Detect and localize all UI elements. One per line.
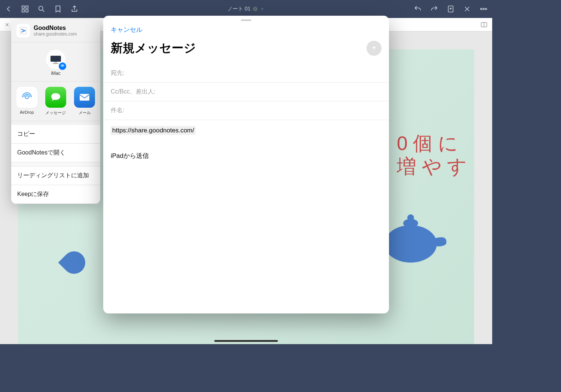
share-apps-row: AirDrop メッセージ メール xyxy=(11,82,100,121)
share-actions-list: コピー GoodNotesで開く リーディングリストに追加 Keepに保存 xyxy=(11,125,100,204)
to-field[interactable]: 宛先: xyxy=(103,64,389,83)
handwriting-line: 0 個 に xyxy=(397,132,467,155)
svg-rect-17 xyxy=(53,63,59,64)
share-app-name: GoodNotes xyxy=(34,25,77,31)
airdrop-device-label: iMac xyxy=(11,71,100,76)
svg-rect-20 xyxy=(80,94,89,101)
top-toolbar: ノート 01 xyxy=(0,0,492,18)
compose-title: 新規メッセージ xyxy=(111,40,196,56)
cc-bcc-field[interactable]: Cc/Bcc、差出人: xyxy=(103,83,389,101)
close-icon[interactable] xyxy=(463,5,471,13)
more-icon[interactable] xyxy=(479,5,488,13)
action-reading-list[interactable]: リーディングリストに追加 xyxy=(11,166,100,185)
document-title: ノート 01 xyxy=(227,6,250,12)
grid-icon[interactable] xyxy=(21,5,29,13)
chevron-down-icon[interactable] xyxy=(260,7,265,11)
sync-status-icon xyxy=(253,6,258,12)
share-app-messages[interactable]: メッセージ xyxy=(44,87,67,116)
svg-point-5 xyxy=(254,7,257,10)
svg-point-4 xyxy=(39,6,43,10)
body-link-text[interactable]: https://share.goodnotes.com/ xyxy=(111,126,196,135)
arrow-up-icon xyxy=(370,45,378,52)
handwriting-line: 増 や す xyxy=(397,155,467,178)
airdrop-device-imac[interactable] xyxy=(46,50,65,69)
subject-field[interactable]: 件名: xyxy=(103,101,389,120)
share-icon[interactable] xyxy=(70,5,79,13)
goodnotes-app-icon xyxy=(16,24,30,37)
svg-point-11 xyxy=(384,225,437,263)
svg-rect-0 xyxy=(22,6,24,8)
mail-icon xyxy=(74,87,95,108)
action-open-in-goodnotes[interactable]: GoodNotesで開く xyxy=(11,144,100,162)
bookmark-icon[interactable] xyxy=(54,5,62,13)
mail-compose-modal: キャンセル 新規メッセージ 宛先: Cc/Bcc、差出人: 件名: https:… xyxy=(103,16,389,313)
undo-icon[interactable] xyxy=(414,5,422,13)
share-header: GoodNotes share.goodnotes.com xyxy=(11,19,100,42)
share-app-url: share.goodnotes.com xyxy=(34,31,77,37)
svg-point-19 xyxy=(25,96,28,99)
share-app-mail[interactable]: メール xyxy=(73,87,96,116)
app-label: AirDrop xyxy=(15,110,39,114)
compose-body[interactable]: https://share.goodnotes.com/ iPadから送信 xyxy=(103,120,389,313)
toolbar-title[interactable]: ノート 01 xyxy=(227,6,264,12)
airdrop-devices: iMac xyxy=(11,42,100,82)
arrow-decoration xyxy=(58,247,90,279)
handwriting-text: 0 個 に 増 や す xyxy=(397,132,467,178)
add-page-icon[interactable] xyxy=(447,5,455,13)
action-copy[interactable]: コピー xyxy=(11,125,100,144)
send-button[interactable] xyxy=(367,41,381,56)
search-icon[interactable] xyxy=(37,5,46,13)
app-label: メッセージ xyxy=(44,110,67,116)
messages-icon xyxy=(45,87,66,108)
share-sheet: GoodNotes share.goodnotes.com iMac AirDr… xyxy=(11,19,100,204)
svg-rect-2 xyxy=(22,10,24,12)
compose-signature: iPadから送信 xyxy=(111,151,381,160)
svg-point-8 xyxy=(483,8,484,10)
share-app-airdrop[interactable]: AirDrop xyxy=(15,87,39,116)
action-save-to-keep[interactable]: Keepに保存 xyxy=(11,185,100,204)
svg-rect-16 xyxy=(54,62,57,63)
svg-point-9 xyxy=(485,8,487,10)
app-label: メール xyxy=(73,110,96,116)
svg-rect-15 xyxy=(50,56,61,62)
svg-rect-3 xyxy=(26,10,28,12)
tab-close-icon[interactable] xyxy=(4,22,10,27)
svg-point-13 xyxy=(407,214,414,221)
split-view-icon[interactable] xyxy=(480,21,488,28)
airdrop-badge-icon xyxy=(59,62,66,70)
home-indicator[interactable] xyxy=(214,340,278,342)
svg-rect-1 xyxy=(26,6,28,8)
cancel-button[interactable]: キャンセル xyxy=(111,25,142,34)
redo-icon[interactable] xyxy=(430,5,438,13)
svg-point-18 xyxy=(62,66,63,67)
back-icon[interactable] xyxy=(4,5,13,13)
airdrop-icon xyxy=(16,87,37,108)
svg-point-7 xyxy=(481,8,482,10)
